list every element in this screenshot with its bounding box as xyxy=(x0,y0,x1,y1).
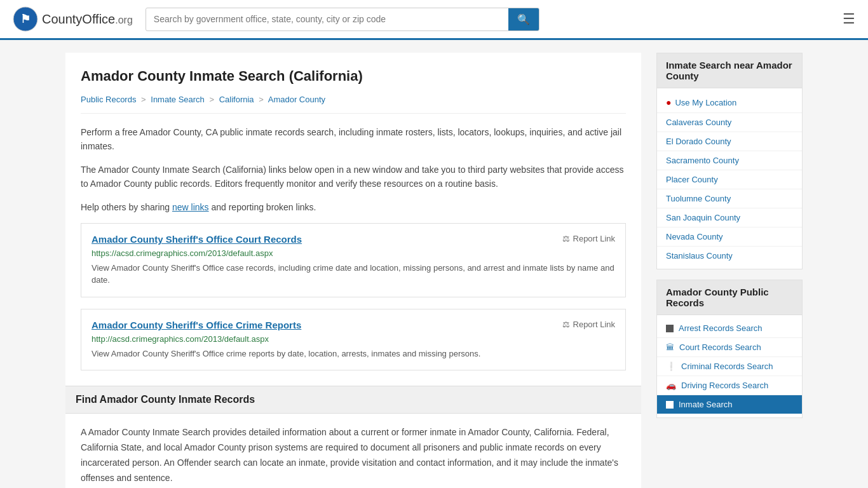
find-section-heading: Find Amador County Inmate Records xyxy=(65,386,641,414)
intro-paragraph-3: Help others by sharing new links and rep… xyxy=(81,200,626,214)
link-card-desc-1: View Amador County Sheriff's Office crim… xyxy=(92,348,615,360)
sidebar-court-records[interactable]: 🏛 Court Records Search xyxy=(657,338,802,357)
breadcrumb-sep-1: > xyxy=(141,95,146,104)
sidebar-driving-records[interactable]: 🚗 Driving Records Search xyxy=(657,376,802,395)
nearby-section-body: ● Use My Location Calaveras County El Do… xyxy=(657,88,802,269)
breadcrumb-sep-3: > xyxy=(259,95,264,104)
sidebar-link-stanislaus[interactable]: Stanislaus County xyxy=(657,247,802,265)
report-link-1[interactable]: ⚖ Report Link xyxy=(562,320,615,329)
link-card-header-0: Amador County Sheriff's Office Court Rec… xyxy=(92,234,615,245)
nearby-section-title: Inmate Search near Amador County xyxy=(657,53,802,88)
logo[interactable]: ⚑ CountyOffice.org xyxy=(13,6,133,32)
logo-icon: ⚑ xyxy=(13,6,38,32)
link-card-0: Amador County Sheriff's Office Court Rec… xyxy=(81,223,626,297)
sidebar-link-sacramento[interactable]: Sacramento County xyxy=(657,151,802,170)
sidebar-link-sanjoaquin[interactable]: San Joaquin County xyxy=(657,208,802,227)
breadcrumb-california[interactable]: California xyxy=(219,95,254,104)
intro-paragraph-1: Perform a free Amador County, CA public … xyxy=(81,125,626,154)
link-card-url-0[interactable]: https://acsd.crimegraphics.com/2013/defa… xyxy=(92,248,615,258)
link-card-header-1: Amador County Sheriff's Office Crime Rep… xyxy=(92,320,615,330)
driving-icon: 🚗 xyxy=(666,381,676,390)
hamburger-menu-icon[interactable]: ☰ xyxy=(843,11,855,27)
logo-text: CountyOffice.org xyxy=(42,12,133,27)
link-card-desc-0: View Amador County Sheriff's Office case… xyxy=(92,262,615,287)
report-link-icon-0: ⚖ xyxy=(562,234,570,243)
breadcrumb-inmate-search[interactable]: Inmate Search xyxy=(151,95,205,104)
use-my-location[interactable]: ● Use My Location xyxy=(657,92,802,113)
breadcrumb-sep-2: > xyxy=(209,95,214,104)
find-section-body: A Amador County Inmate Search provides d… xyxy=(81,425,626,485)
search-bar[interactable]: 🔍 xyxy=(146,8,539,31)
inmate-icon xyxy=(666,401,674,409)
link-card-url-1[interactable]: http://acsd.crimegraphics.com/2013/defau… xyxy=(92,334,615,344)
search-input[interactable] xyxy=(146,9,508,29)
sidebar-link-placer[interactable]: Placer County xyxy=(657,170,802,189)
sidebar-link-eldorado[interactable]: El Dorado County xyxy=(657,132,802,151)
link-card-1: Amador County Sheriff's Office Crime Rep… xyxy=(81,309,626,371)
sidebar-link-nevada[interactable]: Nevada County xyxy=(657,227,802,247)
sidebar-inmate-search[interactable]: Inmate Search xyxy=(657,395,802,414)
sidebar-link-tuolumne[interactable]: Tuolumne County xyxy=(657,189,802,208)
criminal-icon: ❕ xyxy=(666,362,676,371)
public-records-section-body: Arrest Records Search 🏛 Court Records Se… xyxy=(657,315,802,417)
sidebar-arrest-records[interactable]: Arrest Records Search xyxy=(657,319,802,338)
public-records-section: Amador County Public Records Arrest Reco… xyxy=(656,280,803,418)
breadcrumb-public-records[interactable]: Public Records xyxy=(81,95,136,104)
nearby-section: Inmate Search near Amador County ● Use M… xyxy=(656,53,803,269)
public-records-section-title: Amador County Public Records xyxy=(657,280,802,315)
arrest-icon xyxy=(666,325,674,332)
sidebar-link-calaveras[interactable]: Calaveras County xyxy=(657,113,802,132)
location-icon: ● xyxy=(666,97,671,107)
page-title: Amador County Inmate Search (California) xyxy=(81,68,626,85)
report-link-icon-1: ⚖ xyxy=(562,320,570,329)
breadcrumb-amador-county[interactable]: Amador County xyxy=(268,95,325,104)
report-link-0[interactable]: ⚖ Report Link xyxy=(562,234,615,243)
sidebar-criminal-records[interactable]: ❕ Criminal Records Search xyxy=(657,357,802,376)
link-card-title-0[interactable]: Amador County Sheriff's Office Court Rec… xyxy=(92,234,302,245)
main-container: Amador County Inmate Search (California)… xyxy=(53,40,815,488)
sidebar: Inmate Search near Amador County ● Use M… xyxy=(656,53,803,488)
new-links-link[interactable]: new links xyxy=(172,202,209,212)
court-icon: 🏛 xyxy=(666,342,674,352)
intro-paragraph-2: The Amador County Inmate Search (Califor… xyxy=(81,163,626,191)
link-card-title-1[interactable]: Amador County Sheriff's Office Crime Rep… xyxy=(92,320,301,330)
search-button[interactable]: 🔍 xyxy=(508,8,539,30)
content-area: Amador County Inmate Search (California)… xyxy=(65,53,641,488)
breadcrumb: Public Records > Inmate Search > Califor… xyxy=(81,95,626,114)
svg-text:⚑: ⚑ xyxy=(20,13,31,25)
site-header: ⚑ CountyOffice.org 🔍 ☰ xyxy=(0,0,868,40)
